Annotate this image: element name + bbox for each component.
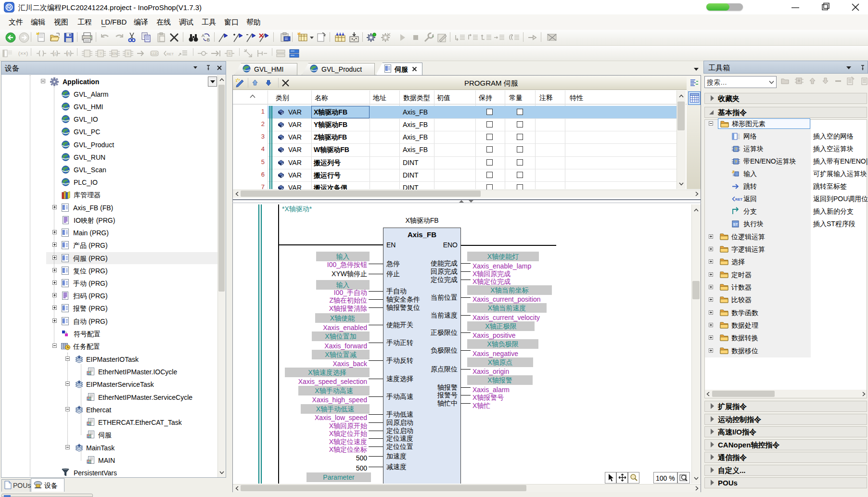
svg-text:S: S <box>228 51 230 56</box>
svg-text:?: ? <box>735 159 738 164</box>
svg-text:B: B <box>207 38 210 42</box>
svg-text:S: S <box>54 51 57 56</box>
svg-text:S: S <box>127 51 129 56</box>
svg-text:LLD: LLD <box>152 52 158 55</box>
svg-text:?: ? <box>100 51 102 56</box>
svg-text:A: A <box>202 33 204 38</box>
svg-text:R: R <box>67 51 71 56</box>
svg-text:?: ? <box>735 147 738 152</box>
svg-text:RET: RET <box>735 197 742 202</box>
svg-text:RET: RET <box>166 52 174 56</box>
svg-text:(××): (××) <box>18 51 28 56</box>
svg-text:EN: EN <box>112 51 117 56</box>
svg-text:ST: ST <box>733 222 738 227</box>
